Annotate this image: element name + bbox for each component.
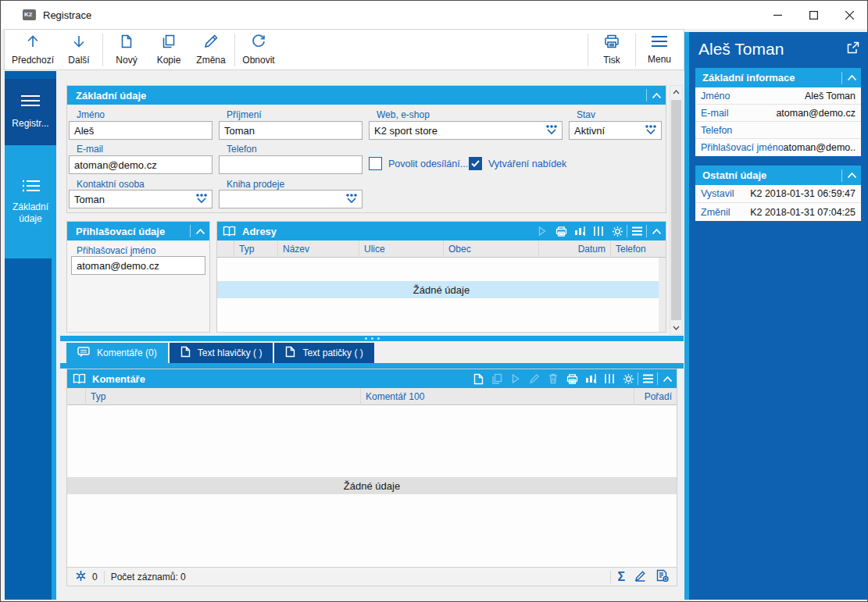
info-row: Telefon xyxy=(695,122,861,139)
column-header-obec[interactable]: Obec xyxy=(444,240,539,258)
collapse-section-button[interactable] xyxy=(842,166,861,185)
copy-button[interactable]: Kopie xyxy=(148,31,190,68)
book-icon xyxy=(73,373,86,384)
basic-info-section-header: Základní informace xyxy=(695,68,861,87)
grid-menu-icon[interactable] xyxy=(627,222,646,240)
comments-empty-row[interactable]: Žádné údaje xyxy=(67,477,677,494)
row-selector-column xyxy=(67,388,86,405)
addresses-scrollbar[interactable] xyxy=(659,258,666,332)
column-header-datum[interactable]: Datum xyxy=(539,240,611,258)
menu-button[interactable]: Menu xyxy=(638,31,680,68)
checkbox-unchecked-icon[interactable] xyxy=(369,157,382,170)
checkbox-checked-icon[interactable] xyxy=(469,157,482,170)
refresh-icon xyxy=(251,34,266,52)
columns-icon[interactable] xyxy=(600,369,619,388)
basic-data-panel: Základní údaje Jméno Příjmení Web, e-sho… xyxy=(66,85,666,213)
column-header-komentar[interactable]: Komentář 100 xyxy=(361,388,634,405)
add-document-icon[interactable] xyxy=(655,569,669,584)
window-title: Registrace xyxy=(43,9,91,21)
collapse-section-button[interactable] xyxy=(842,69,861,87)
jmeno-input[interactable] xyxy=(69,121,213,140)
telefon-input[interactable] xyxy=(219,155,363,174)
minimize-button[interactable] xyxy=(759,1,795,29)
scrollbar-thumb[interactable] xyxy=(671,100,681,320)
hamburger-icon xyxy=(650,34,669,52)
close-button[interactable] xyxy=(831,1,867,29)
column-header-nazev[interactable]: Název xyxy=(278,240,359,258)
column-header-telefon[interactable]: Telefon xyxy=(611,240,666,258)
comments-table-body: Žádné údaje xyxy=(67,405,677,566)
arrow-up-icon xyxy=(25,34,41,52)
previous-button[interactable]: Předchozí xyxy=(8,31,58,68)
next-button[interactable]: Další xyxy=(58,31,100,68)
scroll-down-icon[interactable] xyxy=(670,322,682,334)
settings-gear-icon[interactable] xyxy=(619,369,638,388)
kontaktni-osoba-combo[interactable] xyxy=(69,190,213,208)
open-external-icon[interactable] xyxy=(846,40,859,59)
tab-text-paticky[interactable]: Text patičky ( ) xyxy=(274,343,373,363)
edit-record-icon[interactable] xyxy=(525,369,544,388)
grid-menu-icon[interactable] xyxy=(638,369,657,388)
vytvareni-nabidek-checkbox-row[interactable]: Vytváření nabídek xyxy=(469,157,566,170)
delete-record-icon[interactable] xyxy=(544,369,563,388)
chart-icon[interactable] xyxy=(570,222,589,240)
sidebar-item-zakladni-udaje[interactable]: Základní údaje xyxy=(5,145,56,258)
app-logo-icon xyxy=(23,9,36,20)
tab-text-hlavicky[interactable]: Text hlavičky ( ) xyxy=(170,343,273,363)
stav-combo[interactable] xyxy=(569,121,662,140)
other-data-section-header: Ostatní údaje xyxy=(695,166,861,185)
kniha-prodeje-combo[interactable] xyxy=(219,190,363,208)
collapse-panel-button[interactable] xyxy=(647,222,666,240)
columns-icon[interactable] xyxy=(589,222,608,240)
horizontal-splitter[interactable] xyxy=(60,336,684,341)
change-button[interactable]: Změna xyxy=(190,31,232,68)
record-count: Počet záznamů: 0 xyxy=(111,572,186,582)
toolbar-separator xyxy=(635,34,636,66)
email-input[interactable] xyxy=(69,155,213,174)
print-button[interactable]: Tisk xyxy=(591,31,633,68)
new-record-icon[interactable] xyxy=(469,369,488,388)
print-icon[interactable] xyxy=(552,222,570,240)
pencil-icon xyxy=(203,34,219,52)
maximize-button[interactable] xyxy=(795,1,831,29)
new-button[interactable]: Nový xyxy=(105,31,148,68)
addresses-empty-row[interactable]: Žádné údaje xyxy=(217,281,666,298)
field-label-prihlasovaci-jmeno: Přihlašovací jméno xyxy=(77,245,155,256)
addresses-table-header: Typ Název Ulice Obec Datum Telefon xyxy=(217,240,666,258)
comments-panel-header: Komentáře xyxy=(67,369,677,388)
arrow-down-icon xyxy=(71,34,87,52)
field-label-stav: Stav xyxy=(577,109,595,120)
column-header-typ[interactable]: Typ xyxy=(234,240,278,258)
settings-gear-icon[interactable] xyxy=(608,222,627,240)
sidebar-item-registr[interactable]: Registr... xyxy=(5,79,56,145)
collapse-panel-button[interactable] xyxy=(191,222,209,240)
field-label-kniha-prodeje: Kniha prodeje xyxy=(227,179,284,190)
other-data-section: Ostatní údaje Vystavil K2 2018-01-31 06:… xyxy=(695,166,861,221)
collapse-panel-button[interactable] xyxy=(647,86,666,105)
chart-icon[interactable] xyxy=(581,369,600,388)
collapse-panel-button[interactable] xyxy=(658,369,677,388)
column-header-typ[interactable]: Typ xyxy=(86,388,361,405)
edit-pencil-icon[interactable] xyxy=(634,570,646,584)
vertical-scrollbar[interactable] xyxy=(670,85,683,335)
print-icon[interactable] xyxy=(563,369,581,388)
run-icon[interactable] xyxy=(506,369,525,388)
basic-data-panel-header: Základní údaje xyxy=(67,86,666,105)
tab-accent-band xyxy=(60,363,684,369)
sum-sigma-icon[interactable]: Σ xyxy=(617,570,625,584)
toolbar-separator xyxy=(102,34,103,66)
prihlasovaci-jmeno-input[interactable] xyxy=(71,256,205,275)
column-header-poradi[interactable]: Pořadí xyxy=(634,388,677,405)
comments-panel: Komentáře xyxy=(66,369,677,586)
scroll-up-icon[interactable] xyxy=(670,86,682,98)
povolit-odesilani-checkbox-row[interactable]: Povolit odesílání... xyxy=(369,157,468,170)
tab-komentare[interactable]: Komentáře (0) xyxy=(66,343,168,363)
copy-record-icon[interactable] xyxy=(488,369,506,388)
prijmeni-input[interactable] xyxy=(219,121,363,140)
field-label-jmeno: Jméno xyxy=(77,109,105,120)
refresh-button[interactable]: Obnovit xyxy=(238,31,280,68)
record-title: Aleš Toman xyxy=(698,40,784,59)
run-icon[interactable] xyxy=(533,222,552,240)
column-header-ulice[interactable]: Ulice xyxy=(359,240,444,258)
web-eshop-combo[interactable] xyxy=(369,121,563,140)
